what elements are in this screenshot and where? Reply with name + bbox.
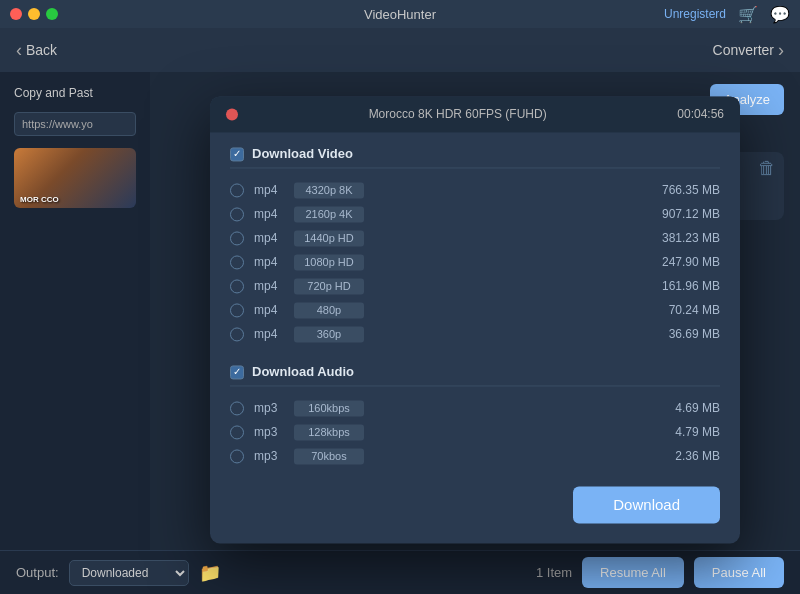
audio-type-2: mp3 xyxy=(254,449,284,463)
video-format-row-6[interactable]: mp4 360p 36.69 MB xyxy=(230,322,720,346)
audio-quality-0: 160kbps xyxy=(294,400,364,416)
minimize-button[interactable] xyxy=(28,8,40,20)
format-quality-0: 4320p 8K xyxy=(294,182,364,198)
audio-section-header: ✓ Download Audio xyxy=(230,364,720,386)
pause-all-button[interactable]: Pause All xyxy=(694,557,784,588)
format-type-0: mp4 xyxy=(254,183,284,197)
audio-format-row-2[interactable]: mp3 70kbos 2.36 MB xyxy=(230,444,720,468)
format-size-4: 161.96 MB xyxy=(650,279,720,293)
video-section-header: ✓ Download Video xyxy=(230,146,720,168)
radio-0[interactable] xyxy=(230,183,244,197)
main-content: Copy and Past MOR CCO Analyze 🗑 Morocco … xyxy=(0,72,800,550)
title-bar: VideoHunter Unregisterd 🛒 💬 xyxy=(0,0,800,28)
title-bar-right: Unregisterd 🛒 💬 xyxy=(664,5,790,24)
audio-format-row-1[interactable]: mp3 128kbps 4.79 MB xyxy=(230,420,720,444)
resume-all-button[interactable]: Resume All xyxy=(582,557,684,588)
format-quality-4: 720p HD xyxy=(294,278,364,294)
right-area: Analyze 🗑 Morocco 8K HDR 60FPS (FUHD) 00… xyxy=(150,72,800,550)
format-type-3: mp4 xyxy=(254,255,284,269)
format-quality-2: 1440p HD xyxy=(294,230,364,246)
format-size-3: 247.90 MB xyxy=(650,255,720,269)
audio-type-0: mp3 xyxy=(254,401,284,415)
unregistered-link[interactable]: Unregisterd xyxy=(664,7,726,21)
app-title: VideoHunter xyxy=(364,7,436,22)
url-input[interactable] xyxy=(14,112,136,136)
radio-1[interactable] xyxy=(230,207,244,221)
video-format-row-2[interactable]: mp4 1440p HD 381.23 MB xyxy=(230,226,720,250)
format-quality-6: 360p xyxy=(294,326,364,342)
video-format-row-5[interactable]: mp4 480p 70.24 MB xyxy=(230,298,720,322)
audio-size-0: 4.69 MB xyxy=(650,401,720,415)
format-size-2: 381.23 MB xyxy=(650,231,720,245)
format-type-5: mp4 xyxy=(254,303,284,317)
item-count: 1 Item xyxy=(536,565,572,580)
sidebar: Copy and Past MOR CCO xyxy=(0,72,150,550)
radio-6[interactable] xyxy=(230,327,244,341)
folder-icon[interactable]: 📁 xyxy=(199,562,221,584)
close-button[interactable] xyxy=(10,8,22,20)
converter-chevron-icon: › xyxy=(778,40,784,61)
format-size-1: 907.12 MB xyxy=(650,207,720,221)
video-section-checkbox[interactable]: ✓ xyxy=(230,147,244,161)
chat-icon[interactable]: 💬 xyxy=(770,5,790,24)
video-section-title: Download Video xyxy=(252,146,353,161)
format-type-6: mp4 xyxy=(254,327,284,341)
video-format-row-1[interactable]: mp4 2160p 4K 907.12 MB xyxy=(230,202,720,226)
modal-status-dot xyxy=(226,108,238,120)
audio-quality-1: 128kbps xyxy=(294,424,364,440)
modal-duration: 00:04:56 xyxy=(677,107,724,121)
format-size-6: 36.69 MB xyxy=(650,327,720,341)
format-quality-1: 2160p 4K xyxy=(294,206,364,222)
back-chevron-icon: ‹ xyxy=(16,40,22,61)
format-type-4: mp4 xyxy=(254,279,284,293)
audio-format-list: mp3 160kbps 4.69 MB mp3 128kbps 4.79 MB xyxy=(230,396,720,468)
format-size-5: 70.24 MB xyxy=(650,303,720,317)
format-quality-5: 480p xyxy=(294,302,364,318)
radio-2[interactable] xyxy=(230,231,244,245)
radio-3[interactable] xyxy=(230,255,244,269)
audio-radio-1[interactable] xyxy=(230,425,244,439)
modal-header: Morocco 8K HDR 60FPS (FUHD) 00:04:56 xyxy=(210,96,740,132)
audio-section-checkbox[interactable]: ✓ xyxy=(230,365,244,379)
audio-size-1: 4.79 MB xyxy=(650,425,720,439)
format-quality-3: 1080p HD xyxy=(294,254,364,270)
converter-button[interactable]: Converter › xyxy=(713,40,784,61)
format-modal: Morocco 8K HDR 60FPS (FUHD) 00:04:56 ✓ D… xyxy=(210,96,740,543)
video-format-list: mp4 4320p 8K 766.35 MB mp4 2160p 4K 907.… xyxy=(230,178,720,346)
radio-4[interactable] xyxy=(230,279,244,293)
download-button[interactable]: Download xyxy=(573,486,720,523)
format-size-0: 766.35 MB xyxy=(650,183,720,197)
cart-icon[interactable]: 🛒 xyxy=(738,5,758,24)
audio-type-1: mp3 xyxy=(254,425,284,439)
output-select[interactable]: Downloaded xyxy=(69,560,189,586)
maximize-button[interactable] xyxy=(46,8,58,20)
audio-format-row-0[interactable]: mp3 160kbps 4.69 MB xyxy=(230,396,720,420)
video-format-row-3[interactable]: mp4 1080p HD 247.90 MB xyxy=(230,250,720,274)
video-format-row-4[interactable]: mp4 720p HD 161.96 MB xyxy=(230,274,720,298)
delete-icon[interactable]: 🗑 xyxy=(758,158,776,179)
audio-size-2: 2.36 MB xyxy=(650,449,720,463)
output-label: Output: xyxy=(16,565,59,580)
bottom-bar: Output: Downloaded 📁 1 Item Resume All P… xyxy=(0,550,800,594)
modal-body: ✓ Download Video mp4 4320p 8K 766.35 MB xyxy=(210,132,740,543)
traffic-lights xyxy=(10,8,58,20)
audio-section-title: Download Audio xyxy=(252,364,354,379)
thumbnail: MOR CCO xyxy=(14,148,136,208)
radio-5[interactable] xyxy=(230,303,244,317)
converter-label: Converter xyxy=(713,42,774,58)
video-format-row-0[interactable]: mp4 4320p 8K 766.35 MB xyxy=(230,178,720,202)
back-button[interactable]: ‹ Back xyxy=(16,40,57,61)
audio-quality-2: 70kbos xyxy=(294,448,364,464)
back-label: Back xyxy=(26,42,57,58)
audio-radio-0[interactable] xyxy=(230,401,244,415)
modal-video-title: Morocco 8K HDR 60FPS (FUHD) xyxy=(238,107,677,121)
format-type-2: mp4 xyxy=(254,231,284,245)
format-type-1: mp4 xyxy=(254,207,284,221)
download-btn-row: Download xyxy=(230,486,720,523)
nav-bar: ‹ Back Converter › xyxy=(0,28,800,72)
audio-radio-2[interactable] xyxy=(230,449,244,463)
copy-paste-label: Copy and Past xyxy=(14,86,136,100)
thumbnail-label: MOR CCO xyxy=(20,195,59,204)
